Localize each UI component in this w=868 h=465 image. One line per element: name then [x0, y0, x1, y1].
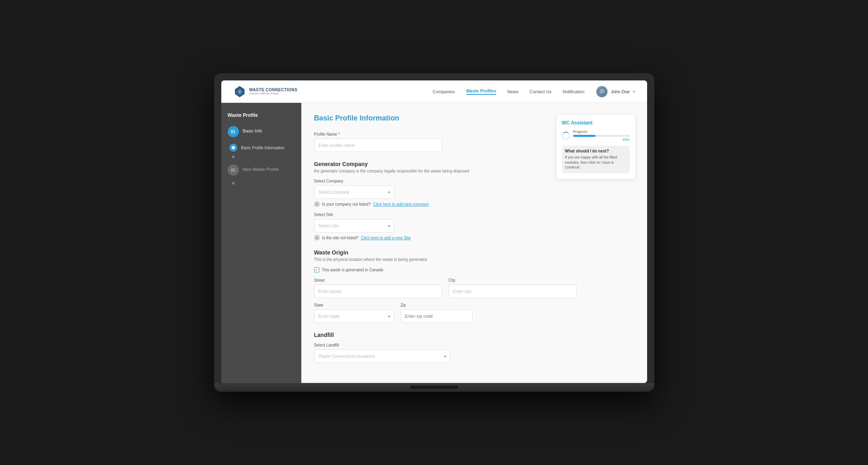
site-not-listed-row: i Is the site not listed? Click here to …	[314, 235, 634, 241]
assistant-title: WC Assistant	[562, 120, 630, 126]
waste-origin-desc: This is the physical location where the …	[314, 257, 634, 262]
select-company-dropdown[interactable]: Select company	[314, 185, 394, 199]
site-not-listed-text: Is the site not listed?	[322, 236, 359, 240]
sidebar-title: Waste Profile	[228, 112, 295, 118]
chat-question: What should I do next?	[565, 149, 627, 153]
progress-bar-bg	[573, 135, 630, 137]
step-01-circle: 01	[228, 126, 239, 137]
profile-name-input[interactable]	[314, 138, 442, 152]
required-star: *	[338, 132, 340, 136]
progress-info: Progress 40%	[573, 130, 630, 142]
sub-item-dot	[229, 156, 295, 158]
select-site-group: Select Site Select site i Is the site no…	[314, 212, 634, 241]
nav-notification[interactable]: Notification	[563, 89, 584, 94]
navbar: WASTE CONNECTIONS Connect with the Futur…	[221, 80, 647, 103]
landfill-section: Landfill Select Landfill Waste Connectio…	[314, 332, 634, 363]
user-name: John Doe	[611, 89, 629, 94]
step-01-number: 01	[231, 130, 235, 134]
sub-dot-small-2	[232, 182, 235, 184]
main-layout: Waste Profile 01 Basic Info Basic Profil…	[221, 103, 647, 383]
canada-checkbox[interactable]: ✓	[314, 267, 319, 273]
logo-icon	[233, 85, 246, 98]
laptop-notch	[410, 386, 458, 389]
zip-label: Zip	[401, 303, 473, 307]
sub-dot-completed	[229, 144, 237, 152]
avatar-image: JD	[596, 86, 607, 97]
street-label: Street	[314, 278, 442, 283]
select-company-wrapper: Select company	[314, 185, 394, 199]
checkbox-check-icon: ✓	[315, 268, 318, 272]
sub-dot-inner	[232, 146, 235, 149]
city-label: City	[449, 278, 577, 283]
progress-row: Progress 40%	[562, 130, 630, 142]
nav-waste-profiles[interactable]: Waste Profiles	[466, 88, 496, 95]
nav-links: Companies Waste Profiles News Contact Us…	[433, 88, 584, 95]
company-not-listed-text: Is your company not listed?	[322, 202, 371, 206]
laptop-base	[214, 383, 654, 392]
sidebar: Waste Profile 01 Basic Info Basic Profil…	[221, 103, 301, 383]
select-site-dropdown[interactable]: Select site	[314, 219, 394, 232]
user-chevron-icon: ▾	[633, 90, 635, 94]
landfill-heading: Landfill	[314, 332, 634, 338]
company-not-listed-row: i Is your company not listed? Click here…	[314, 201, 634, 207]
state-group: State Enter state	[314, 303, 394, 323]
zip-input[interactable]	[401, 309, 473, 323]
nav-news[interactable]: News	[507, 89, 519, 94]
logo: WASTE CONNECTIONS Connect with the Futur…	[233, 85, 298, 98]
sub-item-basic-profile[interactable]: Basic Profile Information	[229, 144, 295, 152]
street-group: Street	[314, 278, 442, 298]
progress-label: Progress	[573, 130, 630, 134]
chat-answer: If you are happy with all the filled mod…	[565, 155, 627, 170]
sub-label-basic-profile: Basic Profile Information	[241, 146, 285, 150]
step-01-label: Basic Info	[243, 126, 262, 133]
info-icon-site: i	[314, 235, 320, 241]
info-icon: i	[314, 201, 320, 207]
step-02-label: New Waste Profile	[243, 164, 279, 172]
logo-sub: Connect with the Future	[249, 92, 298, 95]
sidebar-step-01[interactable]: 01 Basic Info	[228, 126, 295, 137]
content-area: Basic Profile Information Profile Name *…	[301, 103, 647, 383]
sub-dot-small	[232, 156, 235, 158]
select-site-label: Select Site	[314, 212, 634, 217]
city-group: City	[449, 278, 577, 298]
add-site-link[interactable]: Click here to add a new Site	[361, 236, 411, 240]
landfill-select[interactable]: Waste Connections locations	[314, 349, 450, 363]
assistant-chat: What should I do next? If you are happy …	[562, 146, 630, 173]
laptop-screen: WASTE CONNECTIONS Connect with the Futur…	[221, 80, 647, 383]
canada-checkbox-label: This waste is generated in Canada	[322, 268, 383, 272]
canada-checkbox-row: ✓ This waste is generated in Canada	[314, 267, 634, 273]
waste-origin-section: Waste Origin This is the physical locati…	[314, 249, 634, 323]
wc-assistant: WC Assistant Progress 40% What should I …	[556, 114, 636, 179]
step-02-circle: 02	[228, 164, 239, 176]
waste-origin-heading: Waste Origin	[314, 249, 634, 256]
nav-contact-us[interactable]: Contact Us	[530, 89, 551, 94]
add-company-link[interactable]: Click here to add new company	[373, 202, 429, 206]
state-select-wrapper: Enter state	[314, 309, 394, 323]
progress-pct: 40%	[573, 138, 630, 142]
state-zip-row: State Enter state Zip	[314, 303, 634, 323]
select-site-wrapper: Select site	[314, 219, 394, 232]
select-company-label: Select Company	[314, 179, 634, 183]
state-label: State	[314, 303, 394, 307]
logo-title: WASTE CONNECTIONS	[249, 88, 298, 92]
street-city-row: Street City	[314, 278, 634, 298]
city-input[interactable]	[449, 285, 577, 298]
user-menu[interactable]: JD John Doe ▾	[596, 86, 635, 97]
zip-group: Zip	[401, 303, 473, 323]
logo-text: WASTE CONNECTIONS Connect with the Futur…	[249, 88, 298, 95]
progress-bar-fill	[573, 135, 596, 137]
state-select[interactable]: Enter state	[314, 309, 394, 323]
progress-circle-icon	[562, 132, 570, 140]
street-input[interactable]	[314, 285, 442, 298]
landfill-select-wrapper: Waste Connections locations	[314, 349, 450, 363]
avatar: JD	[596, 86, 607, 97]
step-02-number: 02	[231, 168, 235, 172]
sub-item-dot-2	[229, 182, 295, 184]
nav-companies[interactable]: Companies	[433, 89, 455, 94]
sidebar-step-02[interactable]: 02 New Waste Profile	[228, 164, 295, 176]
laptop: WASTE CONNECTIONS Connect with the Futur…	[214, 73, 654, 392]
landfill-select-label: Select Landfill	[314, 343, 634, 347]
